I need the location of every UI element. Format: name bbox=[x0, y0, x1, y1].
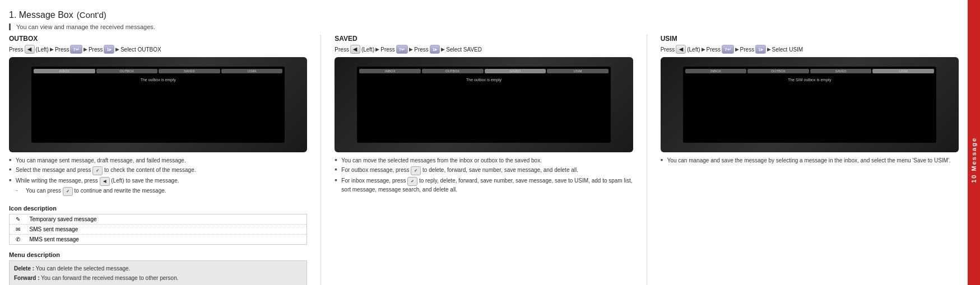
icon-menu-area: Icon description ✎ Temporary saved messa… bbox=[9, 205, 307, 285]
save-key[interactable]: ◀ bbox=[100, 177, 110, 186]
outbox-press-line: Press ◀ (Left) ▶ Press 7↵ ▶ Press 1▸ ▶ S… bbox=[9, 45, 307, 54]
saved-bullets: You can move the selected messages from … bbox=[335, 157, 633, 195]
usim-nav-key1[interactable]: 7↵ bbox=[722, 45, 733, 54]
usim-bullets: You can manage and save the message by s… bbox=[661, 157, 959, 166]
usim-header: USIM bbox=[661, 35, 959, 43]
saved-phone-tab4: USIM bbox=[547, 69, 609, 73]
saved-phone-screen: INBOX OUTBOX SAVED USIM The outbox is em… bbox=[357, 67, 610, 143]
saved-phone-tab3: SAVED bbox=[485, 69, 546, 73]
outbox-bullets: You can manage sent message, draft messa… bbox=[9, 157, 307, 199]
icon-row-2: ✉ SMS sent message bbox=[10, 225, 307, 235]
menu-desc-box: Delete : You can delete the selected mes… bbox=[9, 260, 307, 285]
outbox-bullet-3-sub: You can press ✓ to continue and rewrite … bbox=[16, 187, 307, 196]
saved-press-line: Press ◀ (Left) ▶ Press 7↵ ▶ Press 1▸ ▶ S… bbox=[335, 45, 633, 54]
outbox-header: OUTBOX bbox=[9, 35, 307, 43]
usim-phone-tab3: SAVED bbox=[810, 69, 872, 73]
saved-phone-image: INBOX OUTBOX SAVED USIM The outbox is em… bbox=[335, 57, 633, 152]
saved-nav-key2[interactable]: 1▸ bbox=[430, 45, 440, 54]
saved-phone-tab1: INBOX bbox=[359, 69, 421, 73]
outbox-nav-key1[interactable]: 7↵ bbox=[70, 45, 82, 54]
usim-left-key[interactable]: ◀ bbox=[676, 45, 686, 54]
continue-key[interactable]: ✓ bbox=[63, 187, 73, 196]
outbox-bullet-1: You can manage sent message, draft messa… bbox=[9, 157, 307, 165]
icon-desc-1: Temporary saved message bbox=[26, 214, 307, 225]
saved-phone-tab2: OUTBOX bbox=[422, 69, 484, 73]
menu-desc-title: Menu description bbox=[9, 251, 307, 258]
icon-row-1: ✎ Temporary saved message bbox=[10, 214, 307, 225]
icon-3: ✆ bbox=[10, 235, 26, 245]
icon-row-3: ✆ MMS sent message bbox=[10, 235, 307, 245]
phone-tab2: OUTBOX bbox=[96, 69, 158, 73]
right-sidebar: 10 Message bbox=[968, 0, 980, 285]
outbox-left-key[interactable]: ◀ bbox=[25, 45, 35, 54]
usim-phone-tab2: OUTBOX bbox=[747, 69, 809, 73]
saved-inbox-key[interactable]: ✓ bbox=[407, 177, 417, 186]
page-subtitle: You can view and manage the received mes… bbox=[9, 24, 959, 30]
sidebar-label: 10 Message bbox=[970, 137, 977, 183]
page-title: 1. Message Box (Cont'd) bbox=[9, 7, 959, 21]
icon-description-section: Icon description ✎ Temporary saved messa… bbox=[9, 205, 307, 285]
saved-left-key[interactable]: ◀ bbox=[350, 45, 360, 54]
icon-1: ✎ bbox=[10, 214, 26, 225]
icon-table: ✎ Temporary saved message ✉ SMS sent mes… bbox=[9, 214, 307, 245]
outbox-bullet-3: While writing the message, press ◀ (Left… bbox=[9, 177, 307, 196]
phone-tab4: USIM bbox=[221, 69, 283, 73]
outbox-bullet-2: Select the message and press ✓ to check … bbox=[9, 166, 307, 175]
outbox-section: OUTBOX Press ◀ (Left) ▶ Press 7↵ ▶ Press… bbox=[9, 35, 307, 285]
usim-section: USIM Press ◀ (Left) ▶ Press 7↵ ▶ Press 1… bbox=[661, 35, 959, 285]
saved-bullet-1: You can move the selected messages from … bbox=[335, 157, 633, 165]
outbox-phone-screen: INBOX OUTBOX SAVED USIM The outbox is em… bbox=[31, 67, 285, 143]
saved-header: SAVED bbox=[335, 35, 633, 43]
icon-2: ✉ bbox=[10, 225, 26, 235]
usim-nav-key2[interactable]: 1▸ bbox=[755, 45, 765, 54]
col-divider-1 bbox=[321, 35, 321, 285]
usim-press-line: Press ◀ (Left) ▶ Press 7↵ ▶ Press 1▸ ▶ S… bbox=[661, 45, 959, 54]
icon-desc-2: SMS sent message bbox=[26, 225, 307, 235]
saved-bullet-2: For outbox message, press ✓ to delete, f… bbox=[335, 166, 633, 175]
icon-desc-3: MMS sent message bbox=[26, 235, 307, 245]
icon-desc-title: Icon description bbox=[9, 205, 307, 212]
usim-phone-screen: INBOX OUTBOX SAVED USIM The SIM outbox i… bbox=[683, 67, 936, 143]
saved-bullet-3: For inbox message, press ✓ to reply, del… bbox=[335, 177, 633, 194]
menu-entry-forward: Forward : You can forward the received m… bbox=[14, 274, 302, 282]
outbox-phone-text: The outbox is empty bbox=[34, 74, 282, 85]
saved-section: SAVED Press ◀ (Left) ▶ Press 7↵ ▶ Press … bbox=[335, 35, 633, 285]
usim-phone-tab4: USIM bbox=[872, 69, 934, 73]
menu-entry-delete: Delete : You can delete the selected mes… bbox=[14, 264, 302, 273]
check-key[interactable]: ✓ bbox=[92, 166, 103, 175]
phone-tab3: SAVED bbox=[159, 69, 220, 73]
saved-phone-text: The outbox is empty bbox=[359, 74, 608, 85]
usim-phone-tab1: INBOX bbox=[685, 69, 747, 73]
saved-outbox-key[interactable]: ✓ bbox=[411, 166, 421, 175]
phone-tab1: INBOX bbox=[34, 69, 95, 73]
usim-bullet-1: You can manage and save the message by s… bbox=[661, 157, 959, 165]
outbox-phone-image: INBOX OUTBOX SAVED USIM The outbox is em… bbox=[9, 57, 307, 152]
col-divider-2 bbox=[647, 35, 647, 285]
outbox-nav-key2[interactable]: 1▸ bbox=[104, 45, 114, 54]
usim-phone-image: INBOX OUTBOX SAVED USIM The SIM outbox i… bbox=[661, 57, 959, 152]
saved-nav-key1[interactable]: 7↵ bbox=[396, 45, 408, 54]
usim-phone-text: The SIM outbox is empty bbox=[685, 74, 934, 85]
